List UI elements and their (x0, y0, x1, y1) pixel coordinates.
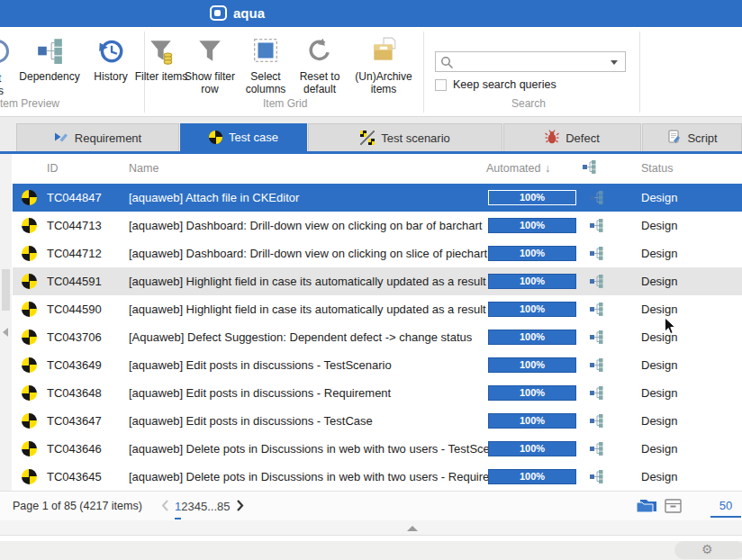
rail-scrollbar-thumb[interactable] (2, 269, 10, 311)
cell-status: Design (641, 358, 677, 372)
ribbon-separator (423, 32, 424, 113)
expand-bottom-panel-icon[interactable] (407, 526, 418, 531)
clipped-toolbar-button[interactable]: t s (0, 72, 4, 97)
history-icon (96, 36, 125, 65)
table-row[interactable]: TC043649 [aquaweb] Edit posts in discuss… (13, 351, 742, 379)
archive-view-button[interactable] (665, 499, 682, 517)
table-row[interactable]: TC044590 [aquaweb] Highlight field in ca… (13, 295, 742, 323)
test-case-icon (22, 246, 37, 261)
dependency-icon (589, 330, 605, 348)
left-scroll-rail[interactable] (0, 154, 12, 491)
cell-name: [aquaweb] Dashboard: Drill-down view on … (129, 219, 482, 232)
table-row[interactable]: TC043706 [Aquaweb] Defect Suggestion: De… (13, 323, 742, 351)
search-input[interactable] (457, 54, 602, 69)
cell-name: [aquaweb] Attach file in CKEditor (129, 191, 299, 204)
table-row[interactable]: TC043646 [aquaweb] Delete pots in Discus… (13, 435, 742, 463)
test-case-icon (22, 302, 37, 317)
column-header-status[interactable]: Status (641, 162, 673, 175)
test-case-icon (22, 469, 37, 484)
tab-requirement[interactable]: Requirement (16, 123, 179, 151)
page-info-label: Page 1 of 85 (4217 items) (13, 500, 142, 512)
table-row[interactable]: TC044847 [aquaweb] Attach file in CKEdit… (13, 184, 742, 212)
dependency-icon (589, 470, 605, 487)
search-box[interactable] (435, 51, 626, 72)
automated-progress-bar: 100% (488, 413, 576, 429)
automated-progress-bar: 100% (488, 385, 576, 401)
cell-id: TC043648 (47, 386, 102, 400)
app-title: aqua (233, 5, 265, 21)
pager: 12345...85 (155, 496, 249, 515)
titlebar: aqua (0, 0, 742, 27)
test-case-icon (22, 190, 37, 205)
cell-status: Design (641, 330, 677, 344)
cell-id: TC043647 (47, 414, 102, 428)
column-header-automated[interactable]: Automated (486, 162, 540, 175)
cell-status: Design (641, 191, 677, 204)
search-dropdown-caret-icon[interactable] (611, 60, 618, 65)
automated-progress-bar: 100% (488, 246, 576, 261)
dependency-button[interactable]: Dependency (16, 36, 83, 83)
unarchive-items-icon (369, 36, 398, 65)
page-number-button[interactable]: 3 (187, 496, 194, 518)
column-header-dependency-icon[interactable] (582, 160, 598, 176)
filter-items-icon (147, 36, 176, 65)
bottom-splitter[interactable] (0, 520, 742, 536)
tab-script[interactable]: Script (642, 123, 742, 151)
pagination-footer: Page 1 of 85 (4217 items) 12345...85 50 (0, 491, 742, 520)
cell-name: [aquaweb] Edit posts in discussions - Te… (129, 358, 392, 372)
folder-view-button[interactable] (636, 498, 657, 518)
cell-status: Design (641, 247, 677, 260)
dependency-icon (589, 442, 605, 459)
cell-id: TC043646 (47, 442, 102, 456)
dependency-icon (589, 247, 605, 264)
automated-progress-bar: 100% (488, 357, 576, 373)
cell-status: Design (641, 219, 677, 232)
page-number-button[interactable]: ... (207, 496, 217, 518)
table-row[interactable]: TC044713 [aquaweb] Dashboard: Drill-down… (13, 212, 742, 239)
dependency-icon (589, 191, 605, 208)
test-scenario-icon (360, 131, 375, 145)
settings-pill[interactable]: ⚙ (674, 541, 742, 559)
cell-name: [aquaweb] Delete pots in Discussions in … (129, 442, 500, 456)
tab-defect[interactable]: Defect (503, 123, 641, 151)
column-header-name[interactable]: Name (129, 162, 158, 175)
table-row[interactable]: TC044712 [aquaweb] Dashboard: Drill-down… (13, 239, 742, 267)
unarchive-items-button[interactable]: (Un)Archive items (350, 36, 417, 95)
test-case-table: TC044847 [aquaweb] Attach file in CKEdit… (13, 184, 742, 491)
page-numbers: 12345...85 (175, 498, 230, 514)
ribbon-toolbar: t s Dependency History Filter items (0, 27, 742, 117)
tab-test-scenario[interactable]: Test scenario (308, 123, 502, 151)
table-row[interactable]: TC043648 [aquaweb] Edit posts in discuss… (13, 379, 742, 407)
automated-progress-bar: 100% (488, 218, 576, 233)
test-case-icon (22, 330, 37, 345)
table-row[interactable]: TC043647 [aquaweb] Edit posts in discuss… (13, 407, 742, 435)
defect-icon (545, 130, 559, 147)
tab-test-case[interactable]: Test case (180, 123, 307, 151)
bottom-bar: ⚙ (0, 541, 742, 560)
cell-id: TC043706 (47, 330, 102, 344)
automated-progress-bar: 100% (488, 302, 576, 317)
dependency-icon (589, 303, 605, 320)
grid-header-row: ID Name Automated ↓ Status (0, 154, 742, 184)
dependency-icon (589, 219, 605, 236)
next-page-icon[interactable] (230, 496, 249, 515)
cell-name: [aquaweb] Highlight field in case its au… (129, 303, 499, 316)
cell-id: TC044712 (47, 247, 102, 260)
group-label-item-preview: tem Preview (0, 97, 59, 110)
page-size-selector[interactable]: 50 (710, 499, 741, 518)
cell-name: [aquaweb] Delete pots in Discussions in … (129, 470, 499, 483)
keep-search-queries-checkbox[interactable] (435, 79, 447, 91)
requirement-icon (54, 130, 68, 147)
automated-progress-bar: 100% (488, 469, 576, 484)
previous-page-icon[interactable] (155, 496, 175, 515)
table-row[interactable]: TC044591 [aquaweb] Highlight field in ca… (13, 267, 742, 295)
table-row[interactable]: TC043645 [aquaweb] Delete pots in Discus… (13, 463, 742, 491)
column-header-id[interactable]: ID (47, 162, 59, 175)
collapse-left-panel-icon[interactable] (3, 328, 8, 337)
page-number-button[interactable]: 85 (217, 496, 230, 518)
cell-status: Design (641, 442, 677, 456)
page-number-button[interactable]: 4 (195, 496, 201, 518)
cell-id: TC044847 (47, 191, 102, 204)
cell-name: [aquaweb] Dashboard: Drill-down view on … (129, 247, 487, 260)
reset-to-default-button[interactable]: Reset to default (286, 36, 353, 95)
